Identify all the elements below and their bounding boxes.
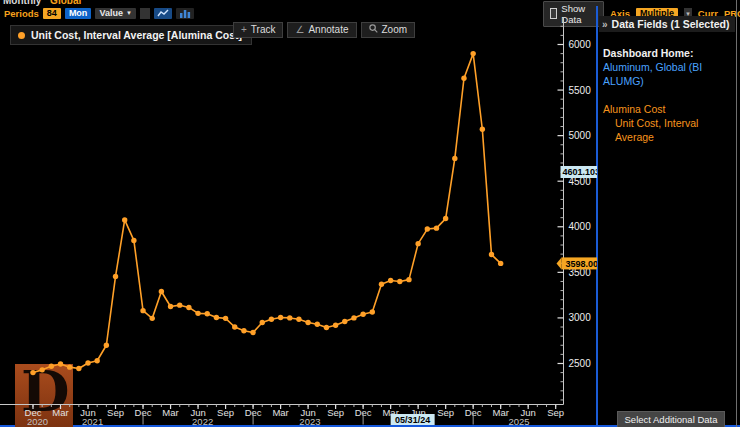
select-additional-data-button[interactable]: Select Additional Data <box>617 411 725 427</box>
data-point <box>232 324 237 329</box>
x-tick-label: Mar <box>52 407 68 418</box>
x-tick-label: Mar <box>162 407 178 418</box>
data-point <box>205 311 210 316</box>
zoom-label: Zoom <box>382 24 408 36</box>
chevron-right-icon: » <box>602 19 608 30</box>
data-point <box>131 238 136 243</box>
data-point <box>324 325 329 330</box>
x-tick-label: Sep <box>107 407 124 418</box>
data-point <box>315 322 320 327</box>
data-point <box>397 279 402 284</box>
x-tick-label: Sep <box>217 407 234 418</box>
data-point <box>461 76 466 81</box>
data-point <box>58 361 63 366</box>
data-point <box>250 330 255 335</box>
data-point <box>480 127 485 132</box>
year-label: 2021 <box>82 416 103 427</box>
cursor-value-label: 4601.1035 <box>563 167 598 177</box>
data-point <box>443 216 448 221</box>
annotate-button[interactable]: ∠ Annotate <box>287 22 356 38</box>
y-tick-label: 5500 <box>569 85 592 96</box>
data-point <box>425 226 430 231</box>
last-value-pointer <box>557 257 562 269</box>
dashboard-home-label: Dashboard Home: <box>603 46 731 60</box>
data-point <box>498 261 503 266</box>
x-tick-label: Sep <box>547 407 564 418</box>
zoom-button[interactable]: Zoom <box>361 22 416 38</box>
y-tick-label: 4000 <box>569 221 592 232</box>
track-button[interactable]: + Track <box>233 22 283 38</box>
y-tick-label: 6000 <box>569 39 592 50</box>
data-point <box>305 320 310 325</box>
selected-field-label[interactable]: Unit Cost, Interval Average <box>603 116 731 144</box>
data-point <box>452 156 457 161</box>
magnifier-icon <box>369 24 378 36</box>
data-point <box>342 319 347 324</box>
annotate-pencil-icon: ∠ <box>295 24 304 36</box>
data-point <box>94 358 99 363</box>
data-point <box>241 328 246 333</box>
data-point <box>177 302 182 307</box>
data-point <box>168 304 173 309</box>
field-group-label[interactable]: Alumina Cost <box>603 102 731 116</box>
data-point <box>278 315 283 320</box>
data-point <box>67 364 72 369</box>
panel-header: » Data Fields (1 Selected) <box>599 16 735 32</box>
data-point <box>296 317 301 322</box>
track-label: Track <box>251 24 276 36</box>
panel-body: Dashboard Home: Aluminum, Global (BI ALU… <box>599 32 735 144</box>
data-point <box>379 281 384 286</box>
data-point <box>370 309 375 314</box>
dashboard-home-link[interactable]: Aluminum, Global (BI ALUMG) <box>603 60 731 88</box>
data-point <box>351 315 356 320</box>
data-point <box>76 366 81 371</box>
window-right-border <box>736 0 737 427</box>
series-line <box>33 54 501 373</box>
x-tick-label: Sep <box>437 407 454 418</box>
data-point <box>470 51 475 56</box>
data-point <box>49 364 54 369</box>
x-tick-label: Sep <box>327 407 344 418</box>
data-point <box>388 278 393 283</box>
year-label: 2022 <box>192 416 213 427</box>
y-tick-label: 5000 <box>569 130 592 141</box>
year-label: 2020 <box>27 416 48 427</box>
panel-header-label: Data Fields (1 Selected) <box>612 18 730 30</box>
data-point <box>260 320 265 325</box>
series-marker-icon <box>18 32 25 39</box>
y-tick-label: 3000 <box>569 312 592 323</box>
legend: Unit Cost, Interval Average [Alumina Cos… <box>10 25 252 45</box>
data-point <box>159 289 164 294</box>
y-tick-label: 2500 <box>569 358 592 369</box>
data-point <box>214 315 219 320</box>
data-point <box>406 277 411 282</box>
data-point <box>150 316 155 321</box>
data-point <box>122 217 127 222</box>
last-value-label: 3598.00 <box>566 259 598 269</box>
data-point <box>85 360 90 365</box>
annotate-label: Annotate <box>308 24 348 36</box>
data-point <box>489 252 494 257</box>
chart-tool-buttons: + Track ∠ Annotate Zoom <box>233 22 415 38</box>
data-point <box>223 316 228 321</box>
data-point <box>113 274 118 279</box>
data-point <box>415 241 420 246</box>
data-point <box>195 311 200 316</box>
data-point <box>333 323 338 328</box>
year-label: 2025 <box>508 416 529 427</box>
chart-plot-area[interactable]: 25003000350040004500500055006000DecMarJu… <box>0 0 597 427</box>
cursor-date-label: 05/31/24 <box>395 415 430 425</box>
year-label: 2023 <box>299 416 320 427</box>
track-crosshair-icon: + <box>241 24 247 36</box>
data-point <box>269 317 274 322</box>
data-point <box>434 225 439 230</box>
data-point <box>287 315 292 320</box>
data-point <box>39 367 44 372</box>
data-point <box>30 370 35 375</box>
data-point <box>104 343 109 348</box>
x-tick-label: Mar <box>492 407 508 418</box>
data-point <box>140 308 145 313</box>
x-tick-label: Mar <box>272 407 288 418</box>
terminal-window: Monthly Global Periods 84 Mon Value ▼ Sh… <box>0 0 740 427</box>
data-point <box>186 305 191 310</box>
